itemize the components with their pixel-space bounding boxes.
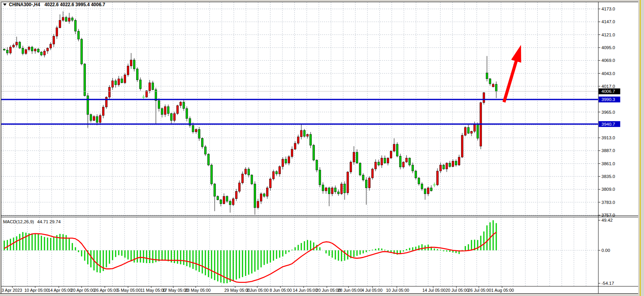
candle-up <box>56 28 58 36</box>
candle-down <box>263 194 265 196</box>
candle-down <box>409 158 411 165</box>
candle-down <box>78 31 80 39</box>
candle-down <box>316 160 318 170</box>
candle-down <box>38 49 39 52</box>
candle-up <box>372 169 374 178</box>
candle-down <box>254 184 256 207</box>
candle-up <box>474 125 476 132</box>
candle-down <box>455 161 457 165</box>
candle-up <box>483 93 485 103</box>
candle-down <box>384 158 386 163</box>
macd-tick-label: 49.42 <box>601 218 613 222</box>
candle-down <box>251 175 253 184</box>
candle-down <box>202 138 203 147</box>
candle-down <box>214 184 216 196</box>
window-edge-highlight <box>640 0 641 296</box>
candle-down <box>205 147 207 154</box>
candle-up <box>106 97 108 107</box>
candle-down <box>486 73 488 79</box>
candle-up <box>62 17 64 21</box>
candle-down <box>152 83 154 90</box>
candle-up <box>13 45 15 47</box>
candle-down <box>468 127 470 133</box>
candle-up <box>387 158 389 163</box>
date-tick-label: 23 May 05:00 <box>185 288 211 293</box>
date-tick-label: 20 Jun 05:00 <box>316 288 341 293</box>
candle-up <box>341 184 343 194</box>
candle-down <box>421 184 423 189</box>
date-tick-label: 3 Apr 2023 <box>2 288 22 293</box>
candle-up <box>112 81 114 87</box>
candle-down <box>304 130 306 136</box>
candle-up <box>28 47 30 50</box>
macd-indicator-label: MACD(12,26,9) 44.71 29.74 <box>3 219 61 224</box>
candle-up <box>461 135 463 157</box>
candle-down <box>378 162 380 165</box>
candle-down <box>415 171 417 178</box>
macd-tick-label: 0.00 <box>601 248 610 253</box>
candle-up <box>118 79 120 85</box>
svg-text:CHINA300-,H4 4022.6 4022: CHINA300-,H4 4022.6 4022.6 3995.4 4006.7 <box>9 2 105 7</box>
candle-down <box>362 175 364 180</box>
date-tick-label: 4 Jul 05:00 <box>362 288 383 293</box>
date-tick-label: 26 Apr 05:00 <box>94 288 118 293</box>
candle-down <box>81 39 83 64</box>
candle-down <box>313 145 315 160</box>
candle-up <box>50 44 52 48</box>
candle-up <box>406 158 408 162</box>
candle-up <box>102 107 104 116</box>
candle-down <box>158 101 160 108</box>
candle-down <box>449 163 451 166</box>
macd-name: MACD(12,26,9) <box>3 219 34 224</box>
candle-up <box>149 83 151 91</box>
price-tick-label: 3913.0 <box>601 135 615 140</box>
candle-down <box>87 96 89 115</box>
candle-down <box>208 154 210 165</box>
candle-down <box>418 178 420 184</box>
candle-up <box>242 174 244 183</box>
candle-down <box>96 116 98 122</box>
candle-up <box>331 188 333 194</box>
price-tick-label: 4121.0 <box>601 33 615 37</box>
candle-up <box>34 49 36 51</box>
date-tick-label: 26 Jul 05:00 <box>468 288 491 293</box>
current-price-badge-label: 4006.7 <box>601 89 615 94</box>
candle-up <box>403 162 405 167</box>
candle-up <box>465 127 466 135</box>
price-tick-label: 4173.0 <box>601 7 615 11</box>
candle-down <box>248 169 250 175</box>
price-tick-label: 3757.0 <box>601 213 615 217</box>
candle-down <box>217 196 219 200</box>
candle-down <box>161 109 163 115</box>
candle-up <box>53 36 55 44</box>
candle-down <box>41 52 43 55</box>
candle-up <box>239 183 241 192</box>
candle-down <box>229 201 231 205</box>
candle-down <box>183 102 185 109</box>
title-ohlc-values: 4022.6 4022.6 3995.4 4006.7 <box>44 2 105 7</box>
candle-up <box>427 188 429 194</box>
candle-down <box>84 64 86 96</box>
candle-up <box>99 115 101 122</box>
price-tick-label: 4147.0 <box>601 19 615 24</box>
candle-up <box>288 157 290 163</box>
candle-down <box>90 115 92 120</box>
candle-up <box>291 149 293 157</box>
candle-up <box>294 143 296 149</box>
mt4-chart-window: { "title": { "dropdown_icon": "triangle-… <box>0 0 644 296</box>
macd-values: 44.71 29.74 <box>37 219 61 224</box>
candle-up <box>68 18 70 21</box>
candle-down <box>356 152 358 163</box>
candle-up <box>492 84 494 87</box>
candle-up <box>282 159 284 166</box>
candle-down <box>140 80 142 89</box>
candle-up <box>177 106 179 113</box>
resistance-price-badge-label: 3990.3 <box>601 97 615 102</box>
candle-down <box>430 188 432 191</box>
candle-down <box>310 134 312 145</box>
candle-down <box>396 144 398 156</box>
candle-down <box>171 113 173 120</box>
price-tick-label: 4095.0 <box>601 45 615 50</box>
candle-down <box>276 171 278 174</box>
candle-up <box>109 87 111 97</box>
